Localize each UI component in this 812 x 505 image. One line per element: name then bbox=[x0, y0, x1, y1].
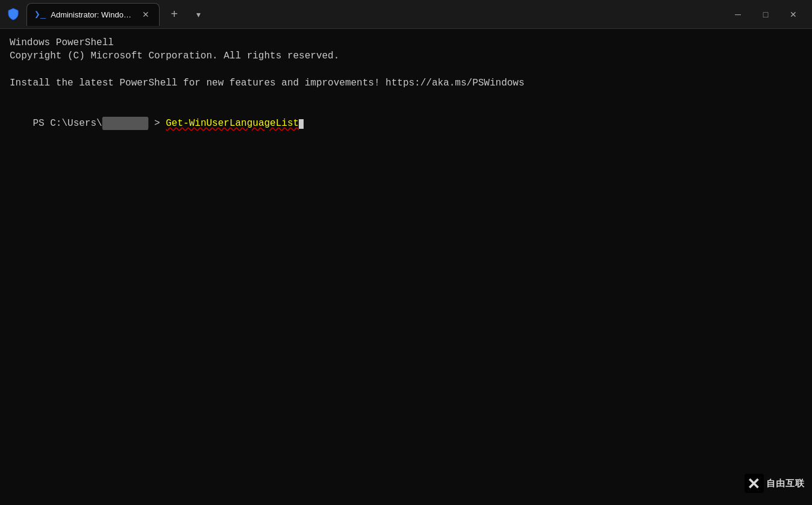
ps-username-hidden: ████████ bbox=[102, 117, 149, 130]
maximize-button[interactable]: □ bbox=[752, 5, 779, 24]
terminal-line-5 bbox=[10, 90, 802, 103]
watermark-brand-text: 自由互联 bbox=[766, 478, 805, 489]
watermark-x-icon: ✕ bbox=[745, 474, 764, 493]
watermark: ✕ 自由互联 bbox=[745, 474, 805, 493]
titlebar: ❯_ Administrator: Windows Powe ✕ + ▾ ─ □… bbox=[0, 0, 812, 29]
terminal-line-3 bbox=[10, 63, 802, 76]
terminal-line-2: Copyright (C) Microsoft Corporation. All… bbox=[10, 49, 802, 63]
command-text: Get-WinUserLanguageList bbox=[166, 118, 299, 129]
window-controls: ─ □ ✕ bbox=[724, 5, 807, 24]
shield-icon bbox=[5, 6, 22, 23]
watermark-line1: 自由互联 bbox=[766, 478, 805, 489]
terminal-window[interactable]: Windows PowerShell Copyright (C) Microso… bbox=[0, 29, 812, 505]
active-tab[interactable]: ❯_ Administrator: Windows Powe ✕ bbox=[27, 3, 160, 26]
tab-title-label: Administrator: Windows Powe bbox=[51, 10, 135, 19]
terminal-cursor bbox=[299, 119, 304, 129]
close-button[interactable]: ✕ bbox=[779, 5, 807, 24]
titlebar-left: ❯_ Administrator: Windows Powe ✕ + ▾ bbox=[5, 3, 722, 26]
terminal-line-1: Windows PowerShell bbox=[10, 36, 802, 49]
svg-text:✕: ✕ bbox=[747, 475, 760, 493]
terminal-line-4: Install the latest PowerShell for new fe… bbox=[10, 76, 802, 90]
terminal-prompt-line: PS C:\Users\████████ > Get-WinUserLangua… bbox=[10, 103, 802, 143]
tab-powershell-icon: ❯_ bbox=[34, 8, 46, 20]
ps-path: C:\Users\ bbox=[50, 118, 102, 129]
ps-label: PS bbox=[33, 118, 50, 129]
tab-dropdown-button[interactable]: ▾ bbox=[189, 5, 208, 24]
tab-close-button[interactable]: ✕ bbox=[140, 8, 152, 20]
new-tab-button[interactable]: + bbox=[164, 5, 184, 24]
ps-arrow: > bbox=[148, 118, 166, 129]
minimize-button[interactable]: ─ bbox=[724, 5, 752, 24]
